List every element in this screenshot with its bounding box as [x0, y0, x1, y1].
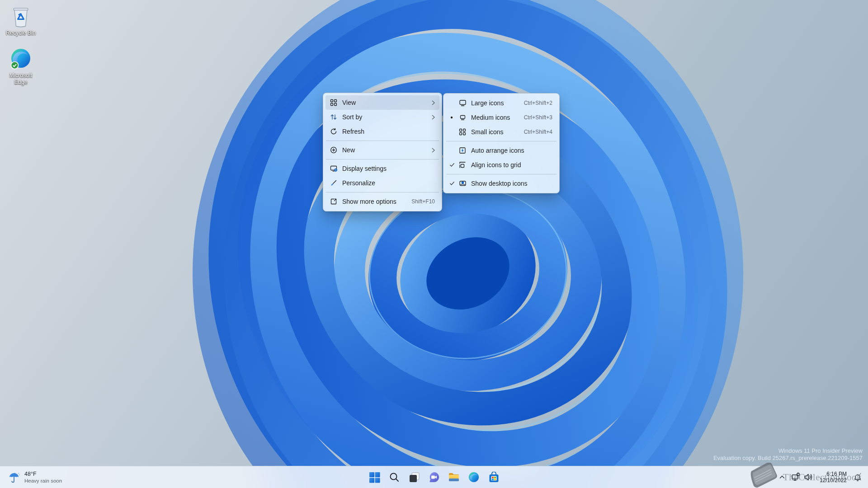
weather-icon: [8, 471, 20, 483]
check-indicator-checked: [449, 162, 458, 168]
search-icon: [389, 472, 400, 483]
insider-build-watermark: Windows 11 Pro Insider Preview Evaluatio…: [713, 447, 863, 462]
new-plus-icon: [329, 146, 338, 154]
menu-item-label: Large icons: [471, 99, 515, 107]
edge-icon: [468, 471, 480, 483]
svg-text:z: z: [860, 473, 861, 475]
edge-icon: [0, 47, 42, 71]
weather-condition: Heavy rain soon: [24, 478, 62, 484]
desktop-context-menu: View Sort by Refresh: [323, 93, 442, 211]
menu-item-shortcut: Ctrl+Shift+3: [524, 114, 552, 121]
show-desktop-icons-icon: [458, 180, 467, 187]
bloom-wallpaper: [0, 0, 868, 488]
chevron-right-icon: [432, 115, 435, 120]
menu-separator: [326, 141, 439, 141]
submenu-item-align-icons-to-grid[interactable]: Align icons to grid: [446, 158, 557, 172]
file-explorer-icon: [448, 471, 460, 483]
sort-arrows-icon: [329, 113, 338, 121]
chat-button[interactable]: [425, 468, 443, 486]
menu-item-label: Refresh: [342, 128, 435, 135]
menu-item-personalize[interactable]: Personalize: [326, 176, 439, 190]
task-view-button[interactable]: [405, 468, 423, 486]
menu-item-new[interactable]: New: [326, 143, 439, 157]
watermark-line2: Evaluation copy. Build 25267.rs_prerelea…: [713, 455, 863, 462]
large-icons-icon: [458, 99, 467, 107]
weather-widget-button[interactable]: 48°F Heavy rain soon: [3, 468, 67, 487]
store-button[interactable]: [485, 468, 503, 486]
menu-item-label: Medium icons: [471, 114, 515, 121]
menu-item-label: Align icons to grid: [471, 161, 552, 169]
refresh-icon: [329, 128, 338, 135]
medium-icons-icon: [458, 114, 467, 121]
check-indicator-checked: [449, 181, 458, 186]
menu-item-shortcut: Ctrl+Shift+2: [524, 100, 552, 106]
windows-logo-icon: [369, 472, 380, 483]
desktop-icon-label: Recycle Bin: [0, 30, 42, 37]
task-view-icon: [409, 472, 420, 483]
view-submenu: Large icons Ctrl+Shift+2 Medium icons Ct…: [443, 93, 560, 193]
submenu-item-medium-icons[interactable]: Medium icons Ctrl+Shift+3: [446, 110, 557, 125]
menu-item-sort-by[interactable]: Sort by: [326, 110, 439, 124]
align-grid-icon: [458, 161, 467, 169]
chevron-right-icon: [432, 148, 435, 153]
menu-item-label: Sort by: [342, 113, 423, 121]
chevron-up-icon: [779, 474, 785, 480]
submenu-item-small-icons[interactable]: Small icons Ctrl+Shift+4: [446, 125, 557, 139]
menu-separator: [326, 159, 439, 160]
search-button[interactable]: [385, 468, 403, 486]
desktop-icon-recycle-bin[interactable]: Recycle Bin: [0, 5, 42, 37]
network-icon: [791, 472, 801, 482]
system-tray: 6:16 PM 12/10/2022 z z: [777, 466, 864, 488]
recycle-bin-icon: [0, 5, 42, 29]
volume-icon: [803, 472, 813, 482]
edge-button[interactable]: [465, 468, 483, 486]
menu-item-label: Personalize: [342, 179, 435, 187]
personalize-brush-icon: [329, 179, 338, 187]
menu-separator: [446, 141, 557, 141]
menu-item-shortcut: Shift+F10: [411, 198, 435, 205]
menu-item-label: View: [342, 99, 423, 106]
submenu-item-auto-arrange-icons[interactable]: Auto arrange icons: [446, 143, 557, 158]
submenu-item-show-desktop-icons[interactable]: Show desktop icons: [446, 176, 557, 191]
bell-dnd-icon: z z: [853, 473, 862, 482]
taskbar-center-icons: [365, 468, 503, 486]
menu-item-label: Display settings: [342, 165, 435, 172]
display-settings-icon: [329, 165, 338, 172]
notification-bell-button[interactable]: z z: [851, 468, 864, 486]
clock-button[interactable]: 6:16 PM 12/10/2022: [816, 471, 850, 484]
submenu-item-large-icons[interactable]: Large icons Ctrl+Shift+2: [446, 96, 557, 110]
menu-separator: [326, 192, 439, 192]
menu-item-label: Show desktop icons: [471, 180, 552, 187]
menu-separator: [446, 174, 557, 174]
menu-item-display-settings[interactable]: Display settings: [326, 161, 439, 176]
microsoft-store-icon: [488, 472, 500, 483]
weather-temperature: 48°F: [24, 471, 62, 478]
menu-item-view[interactable]: View: [326, 95, 439, 110]
tray-date: 12/10/2022: [820, 477, 847, 484]
chevron-right-icon: [432, 100, 435, 105]
desktop-icon-microsoft-edge[interactable]: Microsoft Edge: [0, 47, 42, 86]
menu-item-refresh[interactable]: Refresh: [326, 124, 439, 139]
radio-indicator-selected: [449, 115, 458, 120]
file-explorer-button[interactable]: [445, 468, 463, 486]
menu-item-label: Auto arrange icons: [471, 147, 552, 154]
menu-item-shortcut: Ctrl+Shift+4: [524, 129, 552, 135]
network-volume-button[interactable]: [788, 468, 816, 486]
show-more-options-icon: [329, 198, 338, 205]
menu-item-label: Show more options: [342, 198, 402, 205]
view-grid-icon: [329, 99, 338, 106]
watermark-line1: Windows 11 Pro Insider Preview: [713, 447, 863, 455]
tray-time: 6:16 PM: [820, 471, 847, 478]
menu-item-label: New: [342, 146, 423, 154]
desktop-surface[interactable]: [0, 0, 868, 488]
desktop-icon-label: Microsoft Edge: [7, 72, 35, 86]
menu-item-label: Small icons: [471, 128, 515, 136]
menu-item-show-more-options[interactable]: Show more options Shift+F10: [326, 194, 439, 209]
auto-arrange-icon: [458, 147, 467, 154]
small-icons-icon: [458, 128, 467, 136]
tray-overflow-chevron-button[interactable]: [777, 468, 788, 486]
chat-icon: [428, 471, 440, 483]
start-button[interactable]: [365, 468, 383, 486]
taskbar: 48°F Heavy rain soon: [0, 466, 868, 488]
